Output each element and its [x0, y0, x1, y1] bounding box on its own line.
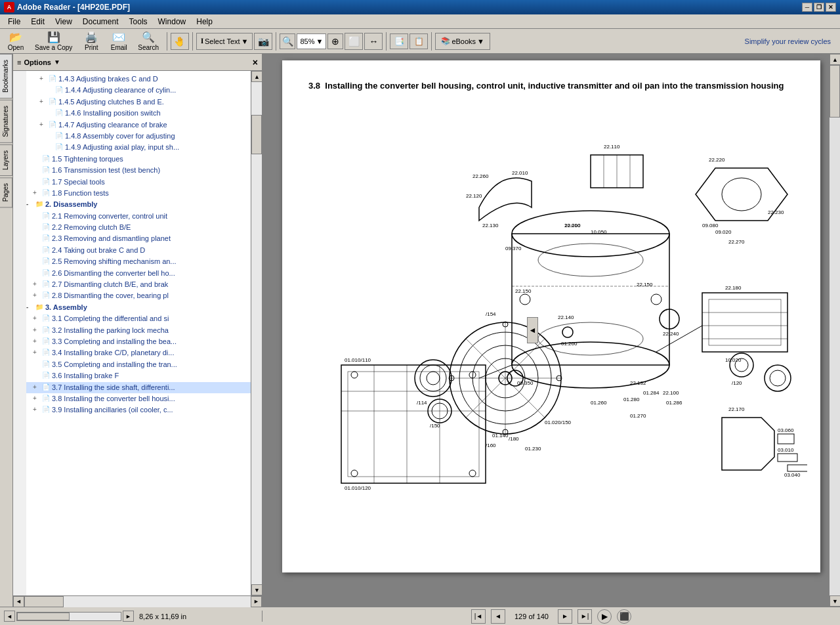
stop-button[interactable]: ⬛	[617, 609, 631, 624]
pdf-vertical-scrollbar[interactable]: ▲ ▼	[829, 54, 840, 607]
tree-item[interactable]: +📄1.4.3 Adjusting brakes C and D	[26, 74, 251, 85]
expand-icon[interactable]: +	[33, 326, 42, 335]
ebooks-button[interactable]: 📚 eBooks ▼	[435, 33, 490, 50]
tree-item[interactable]: 📄3.6 Installing brake F	[26, 370, 251, 381]
layers-tab[interactable]: Layers	[0, 144, 12, 176]
search-button[interactable]: 🔍 Search	[133, 30, 163, 53]
fit-width-button[interactable]: ↔	[364, 33, 383, 50]
how-to-button[interactable]: 📋	[410, 33, 428, 49]
pages-tab[interactable]: Pages	[0, 177, 12, 207]
tree-item[interactable]: +📄3.8 Installing the converter bell hous…	[26, 393, 251, 404]
tree-item[interactable]: 📄1.6 Transmission test (test bench)	[26, 165, 251, 176]
tree-item[interactable]: +📄3.1 Completing the differential and si	[26, 313, 251, 324]
first-page-button[interactable]: |◄	[471, 609, 486, 624]
tree-item[interactable]: -📁2. Disassembly	[26, 199, 251, 210]
tree-item[interactable]: +📄2.8 Dismantling the cover, bearing pl	[26, 290, 251, 301]
fit-page-button[interactable]: ⬜	[345, 33, 363, 50]
pdf-scroll-thumb[interactable]	[830, 65, 840, 118]
page-tools-button[interactable]: 📑	[390, 33, 408, 49]
open-button[interactable]: 📂 Open	[3, 30, 29, 53]
expand-icon[interactable]: +	[33, 405, 42, 414]
expand-icon[interactable]: +	[33, 383, 42, 392]
pdf-scroll-down[interactable]: ▼	[830, 595, 840, 607]
email-button[interactable]: ✉️ Email	[106, 30, 132, 53]
hand-tool-button[interactable]: 🤚	[171, 33, 189, 50]
menu-help[interactable]: Help	[191, 16, 218, 28]
expand-icon[interactable]: +	[33, 291, 42, 300]
tree-item[interactable]: +📄1.4.7 Adjusting clearance of brake	[26, 119, 251, 131]
expand-icon[interactable]: +	[33, 188, 42, 198]
tree-item[interactable]: 📄1.7 Special tools	[26, 177, 251, 188]
status-scroll-left[interactable]: ◄	[4, 611, 15, 622]
menu-view[interactable]: View	[50, 16, 77, 28]
expand-icon[interactable]: +	[39, 120, 49, 129]
tree-item[interactable]: +📄2.7 Dismantling clutch B/E, and brak	[26, 279, 251, 290]
tree-item[interactable]: 📄2.1 Removing converter, control unit	[26, 211, 251, 222]
pdf-scroll-up[interactable]: ▲	[830, 54, 840, 65]
tree-item[interactable]: +📄3.3 Completing and installing the bea.…	[26, 336, 251, 347]
signatures-tab[interactable]: Signatures	[0, 100, 12, 143]
tree-item[interactable]: 📄1.4.6 Installing position switch	[26, 108, 251, 119]
tree-item[interactable]: 📄2.4 Taking out brake C and D	[26, 245, 251, 256]
menu-document[interactable]: Document	[77, 16, 124, 28]
tree-item[interactable]: 📄1.4.9 Adjusting axial play, input sh...	[26, 142, 251, 153]
expand-icon[interactable]: +	[33, 348, 42, 357]
tree-item[interactable]: +📄1.8 Function tests	[26, 188, 251, 199]
tree-item[interactable]: +📄3.4 Installing brake C/D, planetary di…	[26, 347, 251, 358]
menu-window[interactable]: Window	[153, 16, 192, 28]
panel-close-button[interactable]: ×	[253, 57, 258, 68]
tree-item[interactable]: 📄1.5 Tightening torques	[26, 154, 251, 165]
scroll-down-button[interactable]: ▼	[251, 584, 262, 595]
scroll-right-button[interactable]: ►	[251, 596, 262, 607]
expand-icon[interactable]: -	[26, 200, 35, 209]
bookmarks-tab[interactable]: Bookmarks	[0, 54, 12, 98]
tree-item[interactable]: 📄2.2 Removing clutch B/E	[26, 222, 251, 233]
close-button[interactable]: ✕	[826, 3, 836, 12]
next-page-button[interactable]: ►	[558, 609, 572, 624]
print-button[interactable]: 🖨️ Print	[78, 30, 104, 53]
tree-item[interactable]: 📄2.6 Dismantling the converter bell ho..…	[26, 268, 251, 279]
tree-item[interactable]: +📄3.2 Installing the parking lock mecha	[26, 325, 251, 336]
zoom-display[interactable]: 85% ▼	[297, 33, 326, 49]
play-button[interactable]: ▶	[597, 609, 612, 624]
hscroll-thumb[interactable]	[24, 596, 64, 607]
expand-icon[interactable]: +	[39, 97, 49, 106]
tree-item[interactable]: 📄2.3 Removing and dismantling planet	[26, 233, 251, 244]
bookmark-icon: 📁	[35, 200, 43, 209]
tree-item[interactable]: +📄3.9 Installing ancillaries (oil cooler…	[26, 404, 251, 416]
menu-file[interactable]: File	[3, 16, 26, 28]
expand-icon[interactable]: +	[33, 394, 42, 403]
tree-item[interactable]: 📄3.5 Completing and installing the tran.…	[26, 359, 251, 370]
panel-scrollbar[interactable]: ▲ ▼	[251, 71, 262, 595]
save-copy-button[interactable]: 💾 Save a Copy	[30, 30, 77, 53]
tree-item[interactable]: 📄1.4.8 Assembly cover for adjusting	[26, 131, 251, 142]
tree-item[interactable]: +📄1.4.5 Adjusting clutches B and E.	[26, 97, 251, 108]
tree-item[interactable]: 📄2.5 Removing shifting mechanism an...	[26, 256, 251, 267]
expand-icon[interactable]: +	[33, 280, 42, 289]
tree-item[interactable]: +📄3.7 Installing the side shaft, differe…	[26, 382, 251, 393]
tree-item[interactable]: 📄1.4.4 Adjusting clearance of cylin...	[26, 85, 251, 96]
restore-button[interactable]: ❐	[814, 3, 824, 12]
expand-icon[interactable]: -	[26, 303, 35, 312]
select-text-button[interactable]: 𝐈 Select Text ▼	[196, 33, 253, 50]
tree-item[interactable]: -📁3. Assembly	[26, 302, 251, 313]
status-scroll-right[interactable]: ►	[123, 611, 134, 622]
expand-icon[interactable]: +	[33, 314, 42, 323]
scroll-thumb[interactable]	[251, 115, 262, 154]
zoom-out-button[interactable]: 🔍	[280, 33, 295, 49]
prev-page-button[interactable]: ◄	[491, 609, 505, 624]
scroll-left-button[interactable]: ◄	[13, 596, 24, 607]
snapshot-button[interactable]: 📷	[254, 33, 272, 50]
minimize-button[interactable]: ─	[802, 3, 812, 12]
menu-tools[interactable]: Tools	[124, 16, 153, 28]
expand-icon[interactable]: +	[39, 74, 49, 83]
menu-edit[interactable]: Edit	[26, 16, 50, 28]
scroll-up-button[interactable]: ▲	[251, 71, 262, 82]
panel-hscrollbar[interactable]: ◄ ►	[13, 595, 262, 607]
expand-icon[interactable]: +	[33, 337, 42, 346]
last-page-button[interactable]: ►|	[578, 609, 592, 624]
left-scroll-indicator[interactable]: ◄	[527, 317, 538, 343]
hscroll-track[interactable]	[24, 596, 251, 607]
scroll-track[interactable]	[251, 82, 262, 584]
zoom-in-button[interactable]: ⊕	[327, 33, 343, 49]
